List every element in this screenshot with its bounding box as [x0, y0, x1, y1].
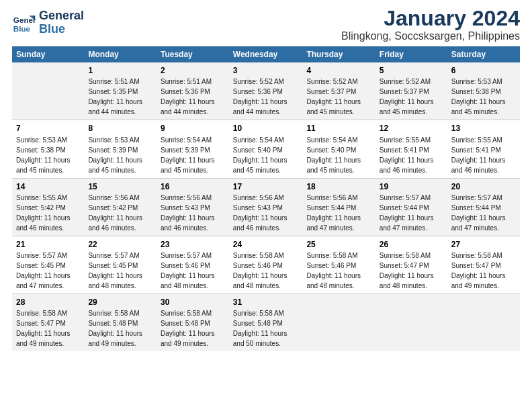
day-number: 2 — [161, 65, 225, 76]
day-cell — [375, 293, 447, 351]
day-info: Sunrise: 5:52 AMSunset: 5:37 PMDaylight:… — [306, 78, 361, 116]
day-number: 28 — [16, 297, 80, 308]
subtitle: Blingkong, Soccsksargen, Philippines — [341, 30, 520, 42]
day-info: Sunrise: 5:56 AMSunset: 5:42 PMDaylight:… — [88, 194, 142, 232]
day-info: Sunrise: 5:52 AMSunset: 5:37 PMDaylight:… — [380, 78, 434, 116]
day-cell: 31Sunrise: 5:58 AMSunset: 5:48 PMDayligh… — [229, 293, 303, 351]
col-header-thursday: Thursday — [302, 46, 375, 62]
day-info: Sunrise: 5:58 AMSunset: 5:48 PMDaylight:… — [88, 310, 142, 347]
logo-text-line1: General — [39, 9, 84, 23]
day-number: 21 — [16, 239, 80, 250]
day-cell: 23Sunrise: 5:57 AMSunset: 5:46 PMDayligh… — [157, 236, 229, 293]
day-info: Sunrise: 5:57 AMSunset: 5:45 PMDaylight:… — [88, 252, 142, 289]
day-number: 25 — [306, 239, 371, 250]
day-number: 30 — [161, 297, 225, 308]
day-cell: 13Sunrise: 5:55 AMSunset: 5:41 PMDayligh… — [447, 120, 520, 178]
day-number: 26 — [380, 239, 443, 250]
day-info: Sunrise: 5:58 AMSunset: 5:46 PMDaylight:… — [306, 252, 361, 289]
logo: General Blue General Blue — [12, 9, 84, 36]
day-info: Sunrise: 5:55 AMSunset: 5:42 PMDaylight:… — [16, 194, 71, 232]
day-cell: 26Sunrise: 5:58 AMSunset: 5:47 PMDayligh… — [375, 236, 447, 293]
day-cell: 11Sunrise: 5:54 AMSunset: 5:40 PMDayligh… — [302, 120, 375, 178]
day-cell: 24Sunrise: 5:58 AMSunset: 5:46 PMDayligh… — [229, 236, 303, 293]
day-cell: 8Sunrise: 5:53 AMSunset: 5:39 PMDaylight… — [84, 120, 157, 178]
day-info: Sunrise: 5:51 AMSunset: 5:35 PMDaylight:… — [88, 78, 142, 116]
day-number: 24 — [233, 239, 299, 250]
week-row-2: 7Sunrise: 5:53 AMSunset: 5:38 PMDaylight… — [12, 120, 520, 178]
main-title: January 2024 — [341, 7, 520, 30]
day-cell: 2Sunrise: 5:51 AMSunset: 5:36 PMDaylight… — [157, 62, 229, 120]
day-info: Sunrise: 5:58 AMSunset: 5:46 PMDaylight:… — [233, 252, 287, 289]
day-cell — [302, 293, 375, 351]
day-info: Sunrise: 5:54 AMSunset: 5:40 PMDaylight:… — [233, 136, 287, 174]
day-cell: 10Sunrise: 5:54 AMSunset: 5:40 PMDayligh… — [229, 120, 303, 178]
day-cell: 19Sunrise: 5:57 AMSunset: 5:44 PMDayligh… — [375, 178, 447, 236]
day-number: 8 — [88, 123, 152, 134]
day-info: Sunrise: 5:58 AMSunset: 5:47 PMDaylight:… — [451, 252, 506, 289]
day-number: 20 — [451, 181, 516, 192]
day-info: Sunrise: 5:55 AMSunset: 5:41 PMDaylight:… — [451, 136, 506, 174]
title-block: January 2024 Blingkong, Soccsksargen, Ph… — [341, 7, 520, 42]
day-number: 15 — [88, 181, 152, 192]
day-number: 10 — [233, 123, 299, 134]
day-info: Sunrise: 5:57 AMSunset: 5:44 PMDaylight:… — [451, 194, 506, 232]
week-row-1: 1Sunrise: 5:51 AMSunset: 5:35 PMDaylight… — [12, 62, 520, 120]
day-info: Sunrise: 5:56 AMSunset: 5:43 PMDaylight:… — [233, 194, 287, 232]
day-cell: 15Sunrise: 5:56 AMSunset: 5:42 PMDayligh… — [84, 178, 157, 236]
day-number: 12 — [380, 123, 443, 134]
day-info: Sunrise: 5:57 AMSunset: 5:44 PMDaylight:… — [380, 194, 434, 232]
day-number: 9 — [161, 123, 225, 134]
svg-text:Blue: Blue — [13, 24, 31, 32]
header: General Blue General Blue January 2024 B… — [12, 7, 520, 42]
day-info: Sunrise: 5:54 AMSunset: 5:40 PMDaylight:… — [306, 136, 361, 174]
day-number: 17 — [233, 181, 299, 192]
day-info: Sunrise: 5:58 AMSunset: 5:48 PMDaylight:… — [161, 310, 215, 347]
calendar-table: SundayMondayTuesdayWednesdayThursdayFrid… — [12, 46, 520, 351]
col-header-friday: Friday — [375, 46, 447, 62]
col-header-sunday: Sunday — [12, 46, 84, 62]
day-number: 1 — [88, 65, 152, 76]
day-cell: 18Sunrise: 5:56 AMSunset: 5:44 PMDayligh… — [302, 178, 375, 236]
day-info: Sunrise: 5:53 AMSunset: 5:38 PMDaylight:… — [451, 78, 506, 116]
day-cell: 5Sunrise: 5:52 AMSunset: 5:37 PMDaylight… — [375, 62, 447, 120]
day-cell: 9Sunrise: 5:54 AMSunset: 5:39 PMDaylight… — [157, 120, 229, 178]
day-number: 3 — [233, 65, 299, 76]
day-info: Sunrise: 5:58 AMSunset: 5:48 PMDaylight:… — [233, 310, 287, 347]
day-cell: 7Sunrise: 5:53 AMSunset: 5:38 PMDaylight… — [12, 120, 84, 178]
day-number: 7 — [16, 123, 80, 134]
day-cell: 14Sunrise: 5:55 AMSunset: 5:42 PMDayligh… — [12, 178, 84, 236]
day-info: Sunrise: 5:57 AMSunset: 5:45 PMDaylight:… — [16, 252, 71, 289]
day-info: Sunrise: 5:58 AMSunset: 5:47 PMDaylight:… — [380, 252, 434, 289]
week-row-3: 14Sunrise: 5:55 AMSunset: 5:42 PMDayligh… — [12, 178, 520, 236]
day-info: Sunrise: 5:51 AMSunset: 5:36 PMDaylight:… — [161, 78, 215, 116]
day-number: 16 — [161, 181, 225, 192]
day-cell: 29Sunrise: 5:58 AMSunset: 5:48 PMDayligh… — [84, 293, 157, 351]
page: General Blue General Blue January 2024 B… — [0, 0, 532, 411]
day-number: 27 — [451, 239, 516, 250]
day-number: 19 — [380, 181, 443, 192]
day-cell: 12Sunrise: 5:55 AMSunset: 5:41 PMDayligh… — [375, 120, 447, 178]
week-row-4: 21Sunrise: 5:57 AMSunset: 5:45 PMDayligh… — [12, 236, 520, 293]
day-cell: 4Sunrise: 5:52 AMSunset: 5:37 PMDaylight… — [302, 62, 375, 120]
day-number: 4 — [306, 65, 371, 76]
day-cell: 6Sunrise: 5:53 AMSunset: 5:38 PMDaylight… — [447, 62, 520, 120]
col-header-wednesday: Wednesday — [229, 46, 303, 62]
day-cell: 17Sunrise: 5:56 AMSunset: 5:43 PMDayligh… — [229, 178, 303, 236]
day-number: 31 — [233, 297, 299, 308]
day-cell: 20Sunrise: 5:57 AMSunset: 5:44 PMDayligh… — [447, 178, 520, 236]
logo-text-line2: Blue — [39, 23, 84, 36]
day-info: Sunrise: 5:53 AMSunset: 5:38 PMDaylight:… — [16, 136, 71, 174]
day-cell: 30Sunrise: 5:58 AMSunset: 5:48 PMDayligh… — [157, 293, 229, 351]
day-cell: 21Sunrise: 5:57 AMSunset: 5:45 PMDayligh… — [12, 236, 84, 293]
day-cell: 3Sunrise: 5:52 AMSunset: 5:36 PMDaylight… — [229, 62, 303, 120]
day-number: 11 — [306, 123, 371, 134]
day-number: 5 — [380, 65, 443, 76]
day-number: 6 — [451, 65, 516, 76]
day-number: 29 — [88, 297, 152, 308]
day-info: Sunrise: 5:53 AMSunset: 5:39 PMDaylight:… — [88, 136, 142, 174]
day-info: Sunrise: 5:55 AMSunset: 5:41 PMDaylight:… — [380, 136, 434, 174]
day-cell: 22Sunrise: 5:57 AMSunset: 5:45 PMDayligh… — [84, 236, 157, 293]
day-cell — [447, 293, 520, 351]
day-info: Sunrise: 5:54 AMSunset: 5:39 PMDaylight:… — [161, 136, 215, 174]
logo-icon: General Blue — [12, 11, 36, 35]
